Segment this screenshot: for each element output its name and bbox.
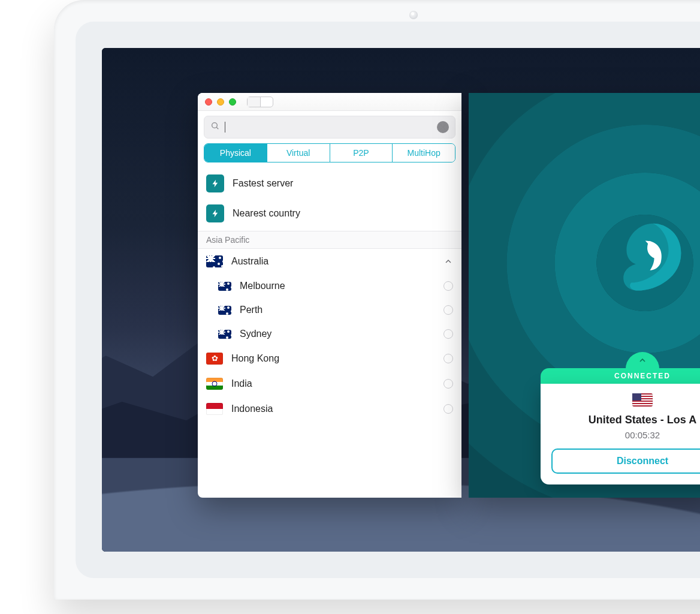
nearest-country-button[interactable]: Nearest country xyxy=(198,198,461,228)
text-cursor xyxy=(225,122,225,133)
connected-location: United States - Los A xyxy=(551,414,700,426)
clear-search-button[interactable] xyxy=(437,121,449,133)
minimize-window-button[interactable] xyxy=(217,98,224,106)
close-window-button[interactable] xyxy=(205,98,212,106)
bolt-icon xyxy=(206,174,224,192)
country-row-indonesia[interactable]: Indonesia xyxy=(198,396,461,422)
traffic-lights xyxy=(205,98,236,106)
server-type-tabs: Physical Virtual P2P MultiHop xyxy=(204,143,455,162)
search-input[interactable] xyxy=(204,116,455,139)
vpn-app-window: Physical Virtual P2P MultiHop Fastest se… xyxy=(198,93,461,498)
zoom-window-button[interactable] xyxy=(229,98,236,106)
tab-physical[interactable]: Physical xyxy=(204,144,267,162)
svg-point-0 xyxy=(212,123,218,128)
radio-unselected[interactable] xyxy=(443,281,453,291)
tab-p2p[interactable]: P2P xyxy=(330,144,393,162)
country-row-australia[interactable]: Australia xyxy=(198,249,461,274)
window-titlebar xyxy=(198,93,461,111)
brand-logo xyxy=(612,219,690,297)
city-row-sydney[interactable]: Sydney xyxy=(198,322,461,346)
country-label: India xyxy=(231,378,252,389)
tab-multihop[interactable]: MultiHop xyxy=(393,144,455,162)
city-row-melbourne[interactable]: Melbourne xyxy=(198,274,461,298)
connection-status-badge: CONNECTED xyxy=(541,368,700,384)
fastest-server-button[interactable]: Fastest server xyxy=(198,168,461,198)
connection-panel: CONNECTED United States - Los A 00:05:32… xyxy=(469,93,700,498)
country-row-india[interactable]: India xyxy=(198,371,461,396)
flag-icon-in xyxy=(206,378,223,390)
country-row-hong-kong[interactable]: Hong Kong xyxy=(198,346,461,371)
city-row-perth[interactable]: Perth xyxy=(198,298,461,322)
flag-icon-au xyxy=(218,306,231,315)
radio-unselected[interactable] xyxy=(443,354,453,363)
flag-icon-au xyxy=(206,255,223,267)
fastest-server-label: Fastest server xyxy=(233,178,293,189)
city-label: Perth xyxy=(240,305,262,315)
view-toggle[interactable] xyxy=(247,97,273,107)
flag-icon-au xyxy=(218,330,231,339)
tab-virtual[interactable]: Virtual xyxy=(267,144,330,162)
flag-icon-hk xyxy=(206,353,223,365)
laptop-camera xyxy=(409,11,418,19)
radio-unselected[interactable] xyxy=(443,329,453,339)
svg-line-1 xyxy=(216,127,218,129)
section-header: Asia Pacific xyxy=(198,231,461,249)
flag-icon-id xyxy=(206,403,223,415)
search-icon xyxy=(210,121,220,133)
connection-card: CONNECTED United States - Los A 00:05:32… xyxy=(541,352,700,484)
disconnect-button[interactable]: Disconnect xyxy=(551,449,700,474)
country-label: Indonesia xyxy=(231,404,273,414)
radio-unselected[interactable] xyxy=(443,404,453,414)
chevron-up-icon xyxy=(443,257,453,266)
connection-timer: 00:05:32 xyxy=(551,430,700,440)
flag-icon-au xyxy=(218,282,231,291)
city-label: Sydney xyxy=(240,329,271,339)
expand-card-button[interactable] xyxy=(626,352,659,369)
flag-icon-us xyxy=(632,393,653,407)
radio-unselected[interactable] xyxy=(443,379,453,389)
city-label: Melbourne xyxy=(240,281,285,291)
country-label: Australia xyxy=(231,256,268,267)
bolt-icon xyxy=(206,204,224,222)
nearest-country-label: Nearest country xyxy=(233,208,300,219)
country-label: Hong Kong xyxy=(231,353,279,364)
radio-unselected[interactable] xyxy=(443,305,453,315)
